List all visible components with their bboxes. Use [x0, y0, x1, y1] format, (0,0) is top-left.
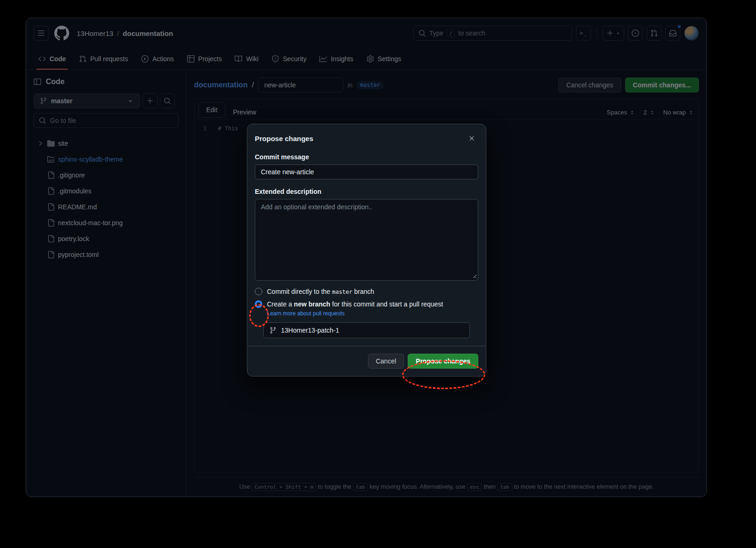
propose-changes-dialog: Propose changes Commit message Extended …	[247, 124, 486, 377]
radio-unchecked[interactable]	[255, 288, 262, 295]
close-dialog-button[interactable]	[465, 132, 478, 145]
create-branch-option[interactable]: Create a new branch for this commit and …	[255, 300, 478, 308]
dialog-footer: Cancel Propose changes	[247, 346, 486, 376]
commit-direct-label: Commit directly to the master branch	[267, 288, 374, 295]
dialog-title: Propose changes	[255, 135, 465, 142]
git-branch-icon	[269, 327, 277, 334]
commit-message-label: Commit message	[255, 153, 478, 161]
extended-description-textarea[interactable]	[255, 199, 478, 281]
propose-changes-button[interactable]: Propose changes	[408, 354, 478, 369]
cancel-button[interactable]: Cancel	[368, 354, 404, 369]
label-text: branch	[354, 288, 374, 295]
extended-description-label: Extended description	[255, 188, 478, 195]
radio-checked[interactable]	[255, 300, 262, 308]
new-branch-name-value: 13Homer13-patch-1	[281, 327, 339, 334]
label-text: for this commit and start a pull request	[332, 300, 443, 308]
learn-more-link[interactable]: Learn more about pull requests	[267, 310, 345, 317]
label-text: Create a	[267, 300, 292, 308]
close-icon	[468, 135, 475, 142]
new-branch-bold: new branch	[294, 300, 331, 308]
create-branch-label: Create a new branch for this commit and …	[267, 300, 443, 308]
dialog-header: Propose changes	[247, 124, 486, 149]
description-wrap	[255, 199, 478, 281]
screenshot-stage: { "colors": { "accent_blue": "#2f81f7", …	[0, 0, 756, 548]
new-branch-name-input[interactable]: 13Homer13-patch-1	[263, 322, 470, 338]
dialog-body: Commit message Extended description Comm…	[247, 153, 486, 338]
commit-direct-option[interactable]: Commit directly to the master branch	[255, 288, 478, 295]
commit-message-input[interactable]	[255, 164, 478, 179]
branch-name-inline: master	[332, 289, 352, 295]
label-text: Commit directly to the	[267, 288, 330, 295]
